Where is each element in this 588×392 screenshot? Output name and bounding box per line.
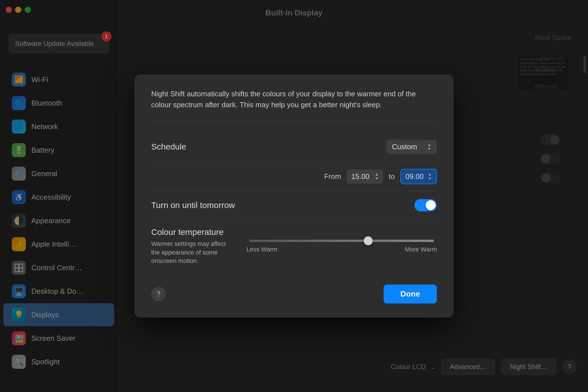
colour-temp-row: Colour temperature Warmer settings may a…: [151, 220, 437, 273]
schedule-label: Schedule: [151, 142, 186, 151]
schedule-value: Custom: [392, 143, 417, 151]
from-time-value: 15.00: [351, 172, 369, 181]
toggle-label: Turn on until tomorrow: [151, 200, 235, 210]
to-time-value: 09.00: [405, 172, 424, 181]
modal-footer: ? Done: [151, 284, 437, 304]
from-label: From: [324, 172, 341, 181]
temp-slider-thumb[interactable]: [364, 236, 373, 245]
temp-slider-section: Less Warm More Warm: [246, 240, 437, 253]
toggle-switch[interactable]: [414, 199, 437, 211]
toggle-knob: [426, 200, 436, 210]
to-label: to: [389, 172, 395, 181]
less-warm-label: Less Warm: [246, 246, 277, 253]
to-time-input[interactable]: 09.00 ▲ ▼: [400, 169, 437, 184]
temp-labels: Colour temperature Warmer settings may a…: [151, 227, 235, 265]
schedule-stepper: ▲ ▼: [427, 143, 431, 151]
from-time-input[interactable]: 15.00 ▲ ▼: [347, 169, 383, 184]
schedule-row: Schedule Custom ▲ ▼: [151, 132, 437, 162]
to-time-stepper: ▲ ▼: [428, 172, 432, 181]
from-time-stepper: ▲ ▼: [375, 172, 379, 181]
more-warm-label: More Warm: [405, 246, 437, 253]
temp-slider-labels: Less Warm More Warm: [246, 246, 437, 253]
modal-description: Night Shift automatically shifts the col…: [151, 88, 437, 121]
temp-subtitle: Warmer settings may affect the appearanc…: [151, 240, 235, 265]
temp-slider-track[interactable]: [249, 240, 434, 242]
night-shift-modal: Night Shift automatically shifts the col…: [134, 74, 454, 318]
modal-help-button[interactable]: ?: [151, 287, 166, 301]
schedule-dropdown[interactable]: Custom ▲ ▼: [386, 140, 437, 154]
done-button[interactable]: Done: [384, 284, 437, 304]
modal-overlay: Night Shift automatically shifts the col…: [0, 0, 588, 392]
time-row: From 15.00 ▲ ▼ to 09.00 ▲ ▼: [151, 162, 437, 191]
temp-title: Colour temperature: [151, 227, 235, 237]
toggle-row: Turn on until tomorrow: [151, 191, 437, 220]
